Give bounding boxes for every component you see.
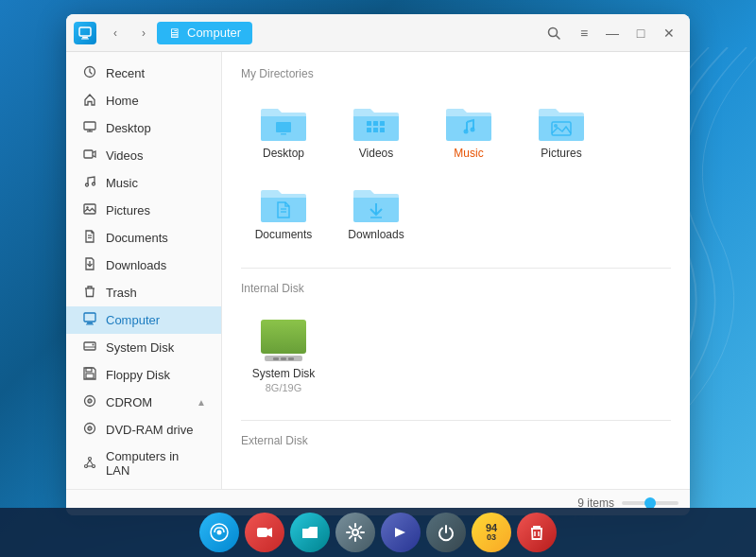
sidebar-label-recent: Recent [106, 66, 145, 80]
disk-port-1 [273, 357, 279, 360]
svg-rect-37 [276, 122, 291, 132]
taskbar-icon-terminal[interactable] [381, 513, 421, 552]
search-button[interactable] [541, 20, 567, 46]
sidebar-item-pictures[interactable]: Pictures [66, 197, 221, 224]
sidebar-item-downloads[interactable]: Downloads [66, 252, 221, 279]
downloads-icon [81, 257, 98, 273]
downloads-folder-icon [350, 183, 403, 228]
folder-label-music: Music [454, 147, 483, 160]
recent-icon [81, 65, 98, 81]
sidebar-label-computers-in-lan: Computers in LAN [106, 449, 206, 478]
zoom-control [622, 501, 679, 505]
svg-rect-9 [84, 150, 93, 158]
disk-label-system: System Disk [252, 367, 316, 380]
svg-point-22 [93, 344, 94, 346]
sidebar-item-system-disk[interactable]: System Disk [66, 334, 221, 361]
folder-grid: Desktop Videos [241, 94, 671, 249]
title-tab: 🖥 Computer [157, 22, 252, 44]
sidebar-item-videos[interactable]: Videos [66, 142, 221, 169]
taskbar-icon-settings[interactable] [335, 513, 375, 552]
folder-item-downloads[interactable]: Downloads [334, 175, 419, 249]
music-icon [81, 175, 98, 191]
computer-tab-icon: 🖥 [168, 26, 181, 41]
svg-rect-1 [82, 37, 88, 39]
svg-point-48 [554, 124, 558, 128]
svg-point-30 [89, 427, 91, 429]
sidebar-item-documents[interactable]: Documents [66, 224, 221, 252]
sidebar-item-cdrom[interactable]: CDROM ▲ [66, 389, 221, 416]
zoom-slider[interactable] [622, 501, 679, 505]
svg-rect-12 [84, 204, 95, 214]
svg-point-10 [86, 183, 89, 186]
forward-button[interactable]: › [130, 20, 157, 46]
zoom-thumb [644, 497, 656, 509]
sidebar-item-computer[interactable]: Computer [66, 306, 221, 334]
taskbar-icon-recorder[interactable] [245, 513, 284, 552]
svg-rect-42 [367, 128, 371, 132]
taskbar-icon-filemanager[interactable] [290, 513, 330, 552]
sidebar-item-dvd-ram[interactable]: DVD-RAM drive [66, 416, 221, 444]
svg-rect-18 [87, 322, 93, 324]
folder-item-desktop[interactable]: Desktop [241, 94, 326, 167]
folder-item-music[interactable]: Music [426, 94, 511, 167]
dvd-ram-icon [81, 422, 98, 438]
sidebar-item-floppy[interactable]: Floppy Disk [66, 361, 221, 389]
folder-item-pictures[interactable]: Pictures [519, 94, 604, 167]
folder-label-downloads: Downloads [348, 228, 404, 241]
back-button[interactable]: ‹ [102, 20, 129, 46]
svg-point-56 [352, 530, 358, 535]
svg-rect-55 [257, 528, 267, 537]
taskbar-icon-trash[interactable] [517, 513, 557, 552]
section-divider-2 [241, 420, 671, 421]
music-folder-icon [442, 101, 495, 147]
sidebar-item-home[interactable]: Home [66, 87, 221, 114]
window-controls: ≡ — □ ✕ [571, 20, 682, 46]
nav-controls: ‹ › [74, 20, 157, 46]
sidebar-label-videos: Videos [106, 148, 144, 163]
sidebar: Recent Home Desktop Videos [66, 52, 222, 489]
folder-item-videos[interactable]: Videos [334, 94, 419, 167]
svg-rect-41 [380, 121, 385, 126]
svg-rect-24 [86, 374, 94, 378]
folder-label-documents: Documents [255, 228, 313, 241]
close-button[interactable]: ✕ [656, 20, 682, 46]
svg-rect-6 [84, 122, 95, 130]
svg-line-35 [90, 460, 93, 464]
sidebar-label-system-disk: System Disk [106, 340, 174, 355]
svg-rect-43 [373, 128, 378, 132]
sidebar-item-desktop[interactable]: Desktop [66, 114, 221, 142]
app-icon [74, 22, 96, 44]
sidebar-label-computer: Computer [106, 313, 160, 327]
section-divider-1 [241, 268, 671, 269]
external-disk-title: External Disk [241, 434, 671, 447]
svg-point-33 [93, 464, 95, 467]
sidebar-label-pictures: Pictures [106, 203, 150, 218]
sidebar-item-trash[interactable]: Trash [66, 279, 221, 306]
svg-point-32 [85, 464, 88, 467]
main-content: My Directories Desktop [222, 52, 690, 489]
taskbar-icon-appstore[interactable]: 9403 [472, 513, 511, 552]
sidebar-label-cdrom: CDROM [106, 395, 152, 409]
folder-item-documents[interactable]: Documents [241, 175, 326, 249]
sidebar-item-music[interactable]: Music [66, 169, 221, 197]
pictures-folder-icon [535, 101, 588, 147]
titlebar: ‹ › 🖥 Computer ≡ — □ ✕ [66, 14, 690, 52]
main-window: ‹ › 🖥 Computer ≡ — □ ✕ [66, 14, 690, 515]
svg-line-34 [87, 460, 90, 464]
sidebar-item-recent[interactable]: Recent [66, 60, 221, 87]
taskbar-icon-deepin[interactable] [199, 513, 239, 552]
sidebar-label-home: Home [106, 94, 139, 108]
window-title: Computer [187, 26, 241, 40]
menu-button[interactable]: ≡ [571, 20, 597, 46]
sidebar-label-dvd-ram: DVD-RAM drive [106, 423, 193, 437]
disk-connector [265, 356, 302, 361]
taskbar: 9403 [0, 508, 756, 557]
taskbar-icon-power[interactable] [426, 513, 466, 552]
svg-rect-40 [373, 121, 378, 126]
sidebar-label-floppy: Floppy Disk [106, 368, 170, 382]
minimize-button[interactable]: — [599, 20, 626, 46]
disk-item-system[interactable]: System Disk 8G/19G [241, 308, 326, 401]
sidebar-label-downloads: Downloads [106, 258, 166, 272]
maximize-button[interactable]: □ [627, 20, 654, 46]
sidebar-item-computers-in-lan[interactable]: Computers in LAN [66, 444, 221, 483]
